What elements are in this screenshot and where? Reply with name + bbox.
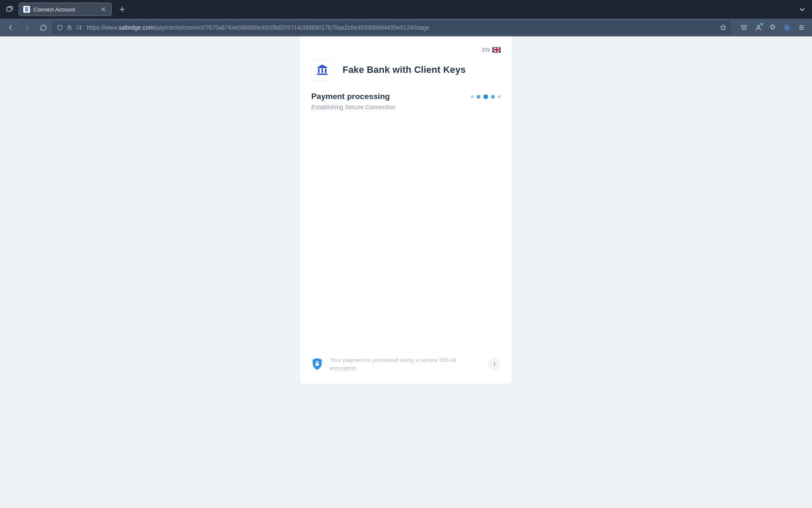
tab-favicon-icon (23, 6, 30, 13)
loader-dot-icon (471, 95, 474, 98)
new-tab-button[interactable] (116, 3, 129, 16)
bookmark-star-button[interactable] (720, 24, 727, 31)
app-menu-button[interactable] (795, 21, 808, 34)
svg-rect-8 (321, 69, 323, 73)
tab-close-button[interactable] (99, 6, 107, 13)
progress-loader (471, 94, 501, 99)
info-button[interactable]: i (488, 358, 501, 370)
extensions-button[interactable] (766, 21, 779, 34)
svg-rect-11 (315, 363, 319, 366)
browser-tab-active[interactable]: Connect Account (19, 3, 112, 16)
bank-name: Fake Bank with Client Keys (343, 64, 466, 75)
recent-windows-icon[interactable] (3, 3, 15, 15)
url-path: /payments/connect/7675a8764e086950e30c0b… (154, 24, 430, 31)
svg-point-6 (786, 27, 788, 28)
svg-point-2 (80, 26, 81, 27)
security-shield-icon (311, 357, 323, 371)
svg-point-4 (757, 25, 760, 28)
bank-logo-icon (311, 59, 333, 81)
svg-rect-10 (317, 74, 328, 75)
permissions-icon (76, 25, 82, 30)
svg-rect-0 (7, 8, 11, 11)
loader-dot-icon (498, 95, 501, 98)
svg-point-3 (80, 28, 81, 29)
shield-icon (57, 25, 63, 31)
tab-title: Connect Account (33, 6, 99, 13)
browser-tab-bar: Connect Account (0, 0, 812, 19)
language-code: EN (482, 47, 490, 53)
toolbar-right-group (738, 21, 808, 34)
page-viewport: EN Fake Bank with Client Keys Payment pr… (0, 36, 812, 508)
back-button[interactable] (4, 21, 18, 34)
browser-toolbar: https://www.saltedge.com/payments/connec… (0, 19, 812, 36)
language-selector[interactable]: EN (311, 47, 501, 53)
security-footer: Your payment is processed using a secure… (311, 356, 501, 373)
site-security-icons[interactable] (57, 25, 82, 31)
svg-rect-7 (318, 69, 320, 73)
password-manager-button[interactable] (781, 21, 793, 34)
bank-header: Fake Bank with Client Keys (311, 59, 501, 81)
account-button[interactable] (752, 21, 765, 34)
tabs-dropdown-button[interactable] (796, 3, 809, 16)
lock-icon (66, 25, 72, 30)
url-domain: saltedge.com (118, 24, 154, 31)
svg-rect-1 (68, 27, 71, 30)
security-footer-text: Your payment is processed using a secure… (330, 356, 481, 373)
info-icon: i (494, 361, 495, 367)
svg-rect-9 (325, 69, 326, 73)
status-title: Payment processing (311, 92, 390, 101)
url-protocol: https://www. (87, 24, 118, 31)
connect-panel: EN Fake Bank with Client Keys Payment pr… (300, 36, 512, 384)
pocket-button[interactable] (738, 21, 750, 34)
loader-dot-icon (477, 95, 480, 99)
loader-dot-icon (491, 95, 495, 99)
url-text: https://www.saltedge.com/payments/connec… (87, 24, 716, 31)
forward-button[interactable] (20, 21, 34, 34)
reload-button[interactable] (36, 21, 50, 34)
flag-uk-icon (492, 47, 501, 53)
status-subtitle: Establishing Secure Connection (311, 104, 501, 110)
status-row: Payment processing (311, 92, 501, 101)
loader-dot-icon (483, 94, 488, 99)
address-bar[interactable]: https://www.saltedge.com/payments/connec… (52, 21, 731, 34)
